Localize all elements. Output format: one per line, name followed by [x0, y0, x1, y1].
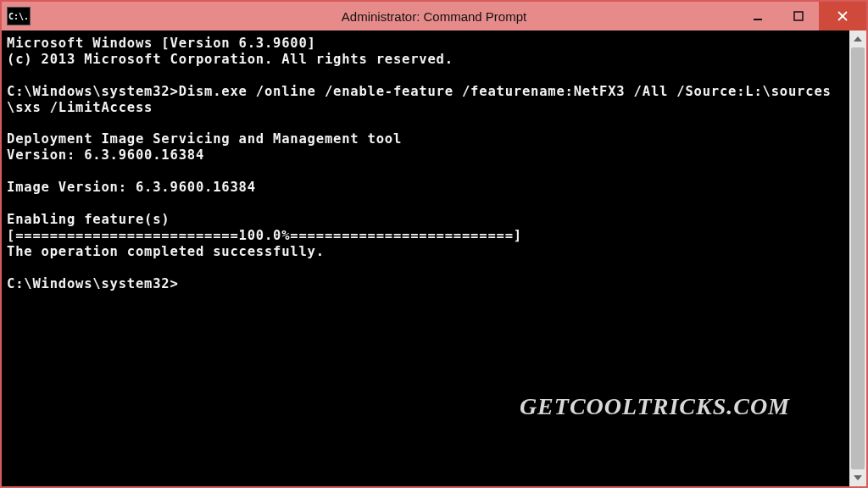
- system-menu-icon-text: C:\.: [8, 12, 29, 21]
- client-area: Microsoft Windows [Version 6.3.9600] (c)…: [2, 30, 866, 486]
- svg-marker-4: [854, 36, 862, 42]
- chevron-up-icon: [854, 36, 862, 42]
- scrollbar-thumb[interactable]: [851, 47, 865, 469]
- close-button[interactable]: [819, 2, 866, 30]
- scroll-up-button[interactable]: [849, 30, 866, 47]
- scrollbar-track[interactable]: [849, 47, 866, 469]
- maximize-icon: [793, 11, 804, 21]
- maximize-button[interactable]: [778, 2, 819, 30]
- cmd-window: C:\. Administrator: Command Prompt Micro…: [0, 0, 868, 488]
- svg-rect-1: [794, 12, 803, 20]
- svg-marker-5: [854, 475, 862, 480]
- chevron-down-icon: [854, 475, 862, 480]
- watermark-text: GETCOOLTRICKS.COM: [520, 393, 790, 420]
- minimize-icon: [753, 11, 763, 21]
- vertical-scrollbar[interactable]: [849, 30, 866, 486]
- window-title: Administrator: Command Prompt: [342, 9, 526, 24]
- svg-rect-0: [754, 19, 762, 20]
- titlebar[interactable]: C:\. Administrator: Command Prompt: [2, 2, 866, 30]
- minimize-button[interactable]: [737, 2, 778, 30]
- window-controls: [737, 2, 866, 30]
- close-icon: [837, 10, 849, 22]
- scroll-down-button[interactable]: [849, 469, 866, 486]
- system-menu-icon[interactable]: C:\.: [7, 7, 31, 25]
